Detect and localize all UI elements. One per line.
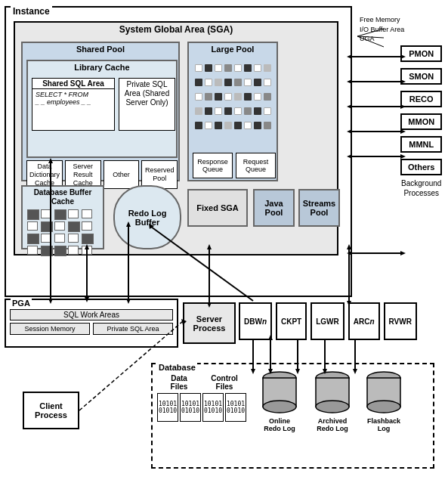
archived-redo-area: ArchivedRedo Log [314,370,351,432]
redo-log-label: Redo Log Buffer [115,209,180,227]
sga-box: System Global Area (SGA) Shared Pool Lib… [14,21,338,255]
fixed-sga-label: Fixed SGA [196,203,239,212]
fixed-sga-box: Fixed SGA [187,189,248,227]
large-pool-label: Large Pool [189,45,277,54]
session-memory-box: Session Memory [10,323,90,335]
shared-sql-area-box: Shared SQL Area SELECT * FROM_ _ employe… [32,78,115,131]
other-cache: Other [104,160,140,189]
pga-label: PGA [11,299,32,308]
control-file-icon-1: 1010101010 [202,393,224,422]
control-files-icons: 1010101010 1010101010 [202,393,246,422]
online-redo-area: OnlineRedo Log [261,370,298,432]
flashback-cylinder [365,370,403,414]
reco-box: RECO [400,91,442,107]
data-files-label: DataFiles [157,374,201,391]
background-processes-label: BackgroundProcesses [400,178,442,198]
archived-redo-label: ArchivedRedo Log [314,417,351,432]
library-cache-box: Library Cache Shared SQL Area SELECT * F… [26,60,178,158]
smon-box: SMON [400,68,442,85]
private-sql-area-pga: Private SQL Area [93,323,173,335]
client-process-box: Client Process [23,392,79,429]
svg-point-8 [367,401,400,413]
flashback-log-label: FlashbackLog [365,417,403,432]
lgwr-box: LGWR [311,302,344,340]
streams-pool-box: Streams Pool [298,189,340,227]
instance-box: Instance System Global Area (SGA) Shared… [5,6,352,297]
online-redo-cylinder [261,370,298,414]
uga-label: UGA [360,34,404,44]
free-memory-labels: Free Memory I/O Buffer Area UGA [360,15,404,44]
streams-pool-label: Streams Pool [300,199,338,217]
dbwn-box: DBWn [239,302,272,340]
redo-log-buffer-box: Redo Log Buffer [113,185,181,249]
java-pool-label: Java Pool [255,199,293,217]
sga-label: System Global Area (SGA) [15,24,337,35]
shared-pool-box: Shared Pool Library Cache Shared SQL Are… [21,42,180,181]
pga-bottom: Session Memory Private SQL Area [10,323,173,335]
pga-box: PGA SQL Work Areas Session Memory Privat… [5,299,178,348]
buffer-cache-grid [23,206,103,259]
library-cache-label: Library Cache [28,63,176,72]
server-process-box: Server Process [183,302,236,344]
server-process-label: Server Process [184,314,234,333]
buffer-cache-label: Database Buffer Cache [23,188,103,206]
svg-point-5 [316,401,349,413]
arcn-box: ARCn [348,302,380,340]
right-processes: PMON SMON RECO MMON MMNL Others Backgrou… [400,45,442,198]
buffer-cache-box: Database Buffer Cache [21,185,104,249]
instance-label: Instance [11,6,52,17]
large-pool-box: Large Pool Response Queue Request Queue [187,42,278,181]
shared-sql-label: Shared SQL Area [32,79,114,89]
io-buffer-label: I/O Buffer Area [360,25,404,35]
mmon-box: MMON [400,113,442,130]
large-pool-queues: Response Queue Request Queue [193,153,276,178]
sql-work-areas: SQL Work Areas [10,309,173,320]
data-files-icons: 1010101010 1010101010 [157,393,201,422]
client-process-label: Client Process [24,401,78,420]
large-pool-dots [193,60,276,135]
ckpt-box: CKPT [276,302,307,340]
data-files-area: DataFiles 1010101010 1010101010 [157,374,201,422]
archived-redo-cylinder [314,370,351,414]
request-queue: Request Queue [236,153,276,178]
response-queue: Response Queue [193,153,233,178]
flashback-area: FlashbackLog [365,370,403,432]
java-pool-box: Java Pool [253,189,295,227]
control-files-label: ControlFiles [202,374,246,391]
database-label: Database [157,363,197,372]
private-sql-label: Private SQL Area (Shared Server Only) [119,79,175,109]
data-file-icon-1: 1010101010 [157,393,178,422]
bottom-processes: DBWn CKPT LGWR ARCn RVWR [239,302,417,340]
control-files-area: ControlFiles 1010101010 1010101010 [202,374,246,422]
shared-sql-content: SELECT * FROM_ _ employees _ _ [32,89,114,107]
control-file-icon-2: 1010101010 [225,393,246,422]
free-memory-label: Free Memory [360,15,404,25]
main-container: Instance System Global Area (SGA) Shared… [0,0,448,483]
private-sql-area-box: Private SQL Area (Shared Server Only) [119,78,175,131]
online-redo-label: OnlineRedo Log [261,417,298,432]
pmon-box: PMON [400,45,442,62]
svg-marker-25 [400,251,406,255]
mmnl-box: MMNL [400,136,442,153]
shared-pool-label: Shared Pool [23,45,178,54]
data-file-icon-2: 1010101010 [180,393,201,422]
others-box: Others [400,159,442,175]
svg-point-2 [263,401,296,413]
rvwr-box: RVWR [384,302,417,340]
